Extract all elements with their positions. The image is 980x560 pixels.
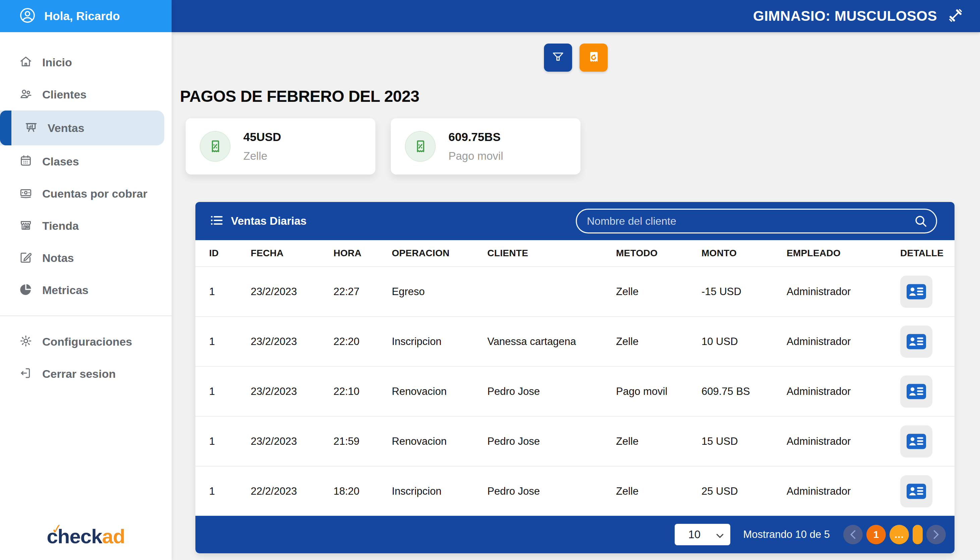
sales-table: Ventas Diarias ID FECHA HORA OPER bbox=[195, 202, 955, 553]
main-area: GIMNASIO: MUSCULOSOS bbox=[172, 0, 980, 560]
cell-empleado: Administrador bbox=[786, 385, 889, 398]
checkad-logo: ✓checkad bbox=[0, 525, 172, 548]
notes-icon bbox=[19, 250, 33, 266]
cell-id: 1 bbox=[209, 385, 251, 398]
sidebar-item-label: Ventas bbox=[48, 122, 85, 135]
page-1-button[interactable]: 1 bbox=[866, 525, 886, 544]
detail-button[interactable] bbox=[900, 276, 932, 308]
cell-operacion: Inscripcion bbox=[392, 485, 487, 497]
sidebar-user-header[interactable]: Hola, Ricardo bbox=[0, 0, 172, 32]
receipt-percent-icon bbox=[200, 131, 230, 162]
store-icon bbox=[19, 218, 33, 233]
cell-metodo: Zelle bbox=[616, 336, 701, 348]
page-size-select[interactable]: 10 bbox=[674, 524, 730, 545]
cell-empleado: Administrador bbox=[786, 336, 889, 348]
cell-cliente: Pedro Jose bbox=[487, 435, 616, 447]
more-pages-button[interactable]: ... bbox=[890, 525, 909, 544]
cell-id: 1 bbox=[209, 485, 251, 497]
sidebar-item-label: Cerrar sesion bbox=[42, 367, 116, 380]
search-icon[interactable] bbox=[913, 213, 928, 230]
logo-part-blue: ✓check bbox=[47, 525, 102, 548]
detail-button[interactable] bbox=[900, 375, 932, 408]
cell-cliente: Pedro Jose bbox=[487, 485, 616, 497]
user-avatar-icon bbox=[19, 7, 36, 25]
cell-empleado: Administrador bbox=[786, 485, 889, 497]
person-vcard-icon bbox=[907, 284, 926, 300]
cell-metodo: Zelle bbox=[616, 485, 701, 497]
cell-fecha: 23/2/2023 bbox=[251, 286, 334, 298]
sales-board-icon bbox=[24, 120, 38, 136]
person-vcard-icon bbox=[907, 434, 926, 449]
sidebar-item-cuentas[interactable]: Cuentas por cobrar bbox=[0, 178, 172, 210]
cell-cliente: Vanessa cartagena bbox=[487, 336, 616, 348]
receipt-percent-icon bbox=[405, 131, 436, 162]
prev-page-button[interactable] bbox=[843, 525, 863, 544]
table-header-bar: Ventas Diarias bbox=[195, 202, 955, 240]
detail-button[interactable] bbox=[900, 425, 932, 458]
user-greeting: Hola, Ricardo bbox=[44, 9, 120, 23]
sidebar-item-configuraciones[interactable]: Configuraciones bbox=[0, 325, 172, 358]
cell-id: 1 bbox=[209, 336, 251, 348]
cell-cliente: Pedro Jose bbox=[487, 385, 616, 398]
col-fecha: FECHA bbox=[251, 248, 334, 258]
table-footer: 10 Mostrando 10 de 5 1 ... bbox=[195, 516, 955, 553]
sidebar-item-notas[interactable]: Notas bbox=[0, 242, 172, 274]
card-amount: 45USD bbox=[243, 130, 281, 144]
chevron-down-icon bbox=[716, 528, 724, 541]
cell-empleado: Administrador bbox=[786, 286, 889, 298]
receipt-refund-button[interactable] bbox=[579, 43, 608, 72]
sidebar-item-ventas[interactable]: Ventas bbox=[0, 110, 164, 145]
person-vcard-icon bbox=[907, 483, 926, 499]
card-method: Pago movil bbox=[448, 150, 503, 162]
calendar-icon bbox=[19, 154, 33, 169]
sidebar-item-cerrar-sesion[interactable]: Cerrar sesion bbox=[0, 358, 172, 390]
cell-hora: 22:10 bbox=[334, 385, 392, 398]
gym-title: GIMNASIO: MUSCULOSOS bbox=[753, 8, 937, 24]
sidebar-item-label: Clientes bbox=[42, 88, 87, 101]
filter-icon bbox=[551, 50, 565, 65]
summary-cards: 45USD Zelle 609.75BS bbox=[186, 118, 980, 175]
sidebar-item-tienda[interactable]: Tienda bbox=[0, 210, 172, 242]
cash-icon bbox=[19, 186, 33, 201]
detail-button[interactable] bbox=[900, 325, 932, 358]
next-page-button[interactable] bbox=[927, 525, 946, 544]
sidebar-item-clases[interactable]: Clases bbox=[0, 145, 172, 178]
cell-metodo: Zelle bbox=[616, 435, 701, 447]
sidebar-item-label: Clases bbox=[42, 155, 79, 168]
client-search-input[interactable] bbox=[576, 209, 937, 233]
cell-fecha: 23/2/2023 bbox=[251, 336, 334, 348]
cell-operacion: Renovacion bbox=[392, 435, 487, 447]
table-row: 1 22/2/2023 18:20 Inscripcion Pedro Jose… bbox=[195, 466, 955, 516]
sidebar-item-inicio[interactable]: Inicio bbox=[0, 46, 172, 78]
cell-id: 1 bbox=[209, 435, 251, 447]
col-monto: MONTO bbox=[701, 248, 786, 258]
page-pill-button[interactable] bbox=[913, 525, 923, 544]
sidebar-item-label: Tienda bbox=[42, 219, 79, 232]
receipt-refund-icon bbox=[586, 50, 601, 66]
cell-hora: 22:20 bbox=[334, 336, 392, 348]
filter-button[interactable] bbox=[544, 43, 572, 72]
content: PAGOS DE FEBRERO DEL 2023 45USD Zelle bbox=[172, 32, 980, 560]
cell-monto: 25 USD bbox=[701, 485, 786, 497]
people-icon bbox=[19, 87, 33, 102]
sidebar-nav: Inicio Clientes Ventas Clases Cuentas po… bbox=[0, 32, 172, 306]
table-row: 1 23/2/2023 22:27 Egreso Zelle -15 USD A… bbox=[195, 266, 955, 316]
sidebar-item-label: Cuentas por cobrar bbox=[42, 187, 147, 200]
chevron-left-icon bbox=[849, 530, 856, 539]
cell-metodo: Pago movil bbox=[616, 385, 701, 398]
cell-operacion: Renovacion bbox=[392, 385, 487, 398]
detail-button[interactable] bbox=[900, 475, 932, 507]
col-metodo: METODO bbox=[616, 248, 701, 258]
card-amount: 609.75BS bbox=[448, 130, 503, 144]
cell-hora: 22:27 bbox=[334, 286, 392, 298]
sidebar-item-metricas[interactable]: Metricas bbox=[0, 274, 172, 306]
topbar: GIMNASIO: MUSCULOSOS bbox=[172, 0, 980, 32]
col-hora: HORA bbox=[334, 248, 392, 258]
cell-monto: 15 USD bbox=[701, 435, 786, 447]
sidebar-item-clientes[interactable]: Clientes bbox=[0, 78, 172, 110]
cell-fecha: 23/2/2023 bbox=[251, 435, 334, 447]
cell-fecha: 22/2/2023 bbox=[251, 485, 334, 497]
page-size-value: 10 bbox=[688, 528, 701, 541]
summary-card-usd: 45USD Zelle bbox=[186, 118, 376, 175]
table-row: 1 23/2/2023 22:10 Renovacion Pedro Jose … bbox=[195, 366, 955, 416]
